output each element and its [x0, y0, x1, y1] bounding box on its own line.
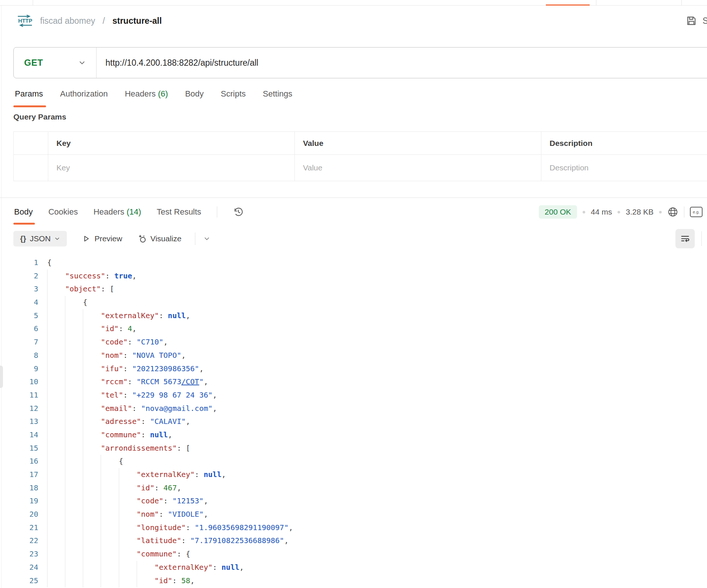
indent-guide: [83, 561, 101, 574]
line-number: 4: [0, 296, 38, 309]
line-number: 15: [0, 442, 38, 455]
line-number: 3: [0, 282, 38, 296]
indent-guide: [47, 508, 65, 521]
breadcrumb-separator: /: [102, 16, 105, 26]
indent-guide: [65, 389, 83, 402]
code-line: 18"id": 467,: [0, 481, 707, 495]
play-icon: [82, 234, 91, 243]
line-number: 10: [0, 375, 38, 389]
indent-guide: [83, 415, 101, 428]
save-icon[interactable]: [685, 15, 697, 27]
indent-guide: [47, 428, 65, 442]
indent-guide: [101, 574, 118, 588]
indent-guide: [137, 561, 154, 574]
line-number: 7: [0, 336, 38, 349]
more-formats-chevron[interactable]: [203, 235, 210, 242]
query-params-heading: Query Params: [13, 112, 66, 121]
indent-guide: [101, 455, 118, 468]
indent-guide: [83, 362, 101, 376]
tab-params[interactable]: Params: [15, 89, 43, 99]
indent-guide: [47, 574, 65, 588]
response-history-icon[interactable]: [233, 206, 244, 218]
tab-body[interactable]: Body: [185, 89, 203, 99]
tab-test-results[interactable]: Test Results: [157, 207, 201, 217]
indent-guide: [101, 481, 118, 495]
indent-guide: [83, 349, 101, 362]
visualize-button[interactable]: Visualize: [137, 234, 182, 244]
active-response-tab-underline: [13, 223, 35, 225]
code-line: 13"adresse": "CALAVI",: [0, 415, 707, 428]
tab-response-cookies[interactable]: Cookies: [48, 207, 78, 217]
tab-response-headers[interactable]: Headers (14): [94, 207, 141, 217]
param-select-column: [14, 132, 48, 155]
response-body-json[interactable]: 1{2"success": true,3"object": [4{5"exter…: [0, 256, 707, 587]
line-number: 1: [0, 256, 38, 270]
indent-guide: [83, 534, 101, 548]
code-line: 14"commune": null,: [0, 428, 707, 442]
line-number: 18: [0, 481, 38, 495]
response-size: 3.28 KB: [626, 208, 654, 216]
indent-guide: [47, 349, 65, 362]
indent-guide: [83, 468, 101, 481]
indent-guide: [83, 428, 101, 442]
param-key-input[interactable]: Key: [48, 155, 295, 181]
response-time: 44 ms: [591, 208, 612, 216]
request-tab-strip[interactable]: [0, 0, 707, 6]
code-line: 24"externalKey": null,: [0, 561, 707, 574]
tab-headers[interactable]: Headers (6): [125, 89, 168, 99]
line-number: 24: [0, 561, 38, 574]
tab-settings[interactable]: Settings: [263, 89, 293, 99]
indent-guide: [101, 561, 118, 574]
chevron-down-icon: [54, 236, 60, 242]
tab-scripts[interactable]: Scripts: [221, 89, 246, 99]
indent-guide: [47, 521, 65, 535]
indent-guide: [47, 534, 65, 548]
line-number: 21: [0, 521, 38, 535]
param-value-input[interactable]: Value: [295, 155, 541, 181]
indent-guide: [47, 468, 65, 481]
toolbar-right-divider: [701, 231, 702, 246]
code-line: 19"code": "12153",: [0, 494, 707, 508]
breadcrumb-collection[interactable]: fiscad abomey: [40, 16, 95, 26]
indent-guide: [65, 362, 83, 376]
preview-button[interactable]: Preview: [82, 234, 122, 243]
line-number: 11: [0, 389, 38, 402]
column-header-description: Description: [541, 132, 707, 155]
line-number: 19: [0, 494, 38, 508]
indent-guide: [47, 309, 65, 323]
url-input[interactable]: http://10.4.200.188:8282/api/structure/a…: [97, 58, 258, 68]
code-line: 16{: [0, 455, 707, 468]
request-section-tabs: Params Authorization Headers (6) Body Sc…: [15, 89, 292, 99]
braces-icon: {}: [20, 234, 26, 243]
param-description-input[interactable]: Description: [541, 155, 707, 181]
code-line: 12"email": "nova@gmail.com",: [0, 402, 707, 415]
indent-guide: [119, 574, 137, 588]
indent-guide: [47, 415, 65, 428]
indent-guide: [119, 548, 137, 561]
line-number: 22: [0, 534, 38, 548]
indent-guide: [47, 442, 65, 455]
indent-guide: [119, 481, 137, 495]
code-line: 7"code": "C710",: [0, 336, 707, 349]
tab-response-body[interactable]: Body: [14, 207, 33, 217]
code-line: 8"nom": "NOVA TOPO",: [0, 349, 707, 362]
network-globe-icon[interactable]: [667, 206, 678, 218]
indent-guide: [47, 494, 65, 508]
indent-guide: [119, 521, 137, 535]
save-example-icon[interactable]: e.g.: [690, 207, 703, 217]
indent-guide: [65, 534, 83, 548]
indent-guide: [119, 468, 137, 481]
tab-authorization[interactable]: Authorization: [60, 89, 108, 99]
format-dropdown[interactable]: {} JSON: [13, 231, 67, 246]
code-line: 1{: [0, 256, 707, 270]
code-line: 23"commune": {: [0, 548, 707, 561]
request-response-divider[interactable]: [0, 197, 707, 198]
wrap-text-button[interactable]: [675, 229, 695, 248]
method-selector[interactable]: GET: [14, 48, 97, 78]
column-header-value: Value: [295, 132, 541, 155]
indent-guide: [101, 534, 118, 548]
indent-guide: [83, 322, 101, 336]
code-line: 17"externalKey": null,: [0, 468, 707, 481]
save-button-label[interactable]: S: [703, 16, 707, 26]
code-lines: 1{2"success": true,3"object": [4{5"exter…: [0, 256, 707, 587]
